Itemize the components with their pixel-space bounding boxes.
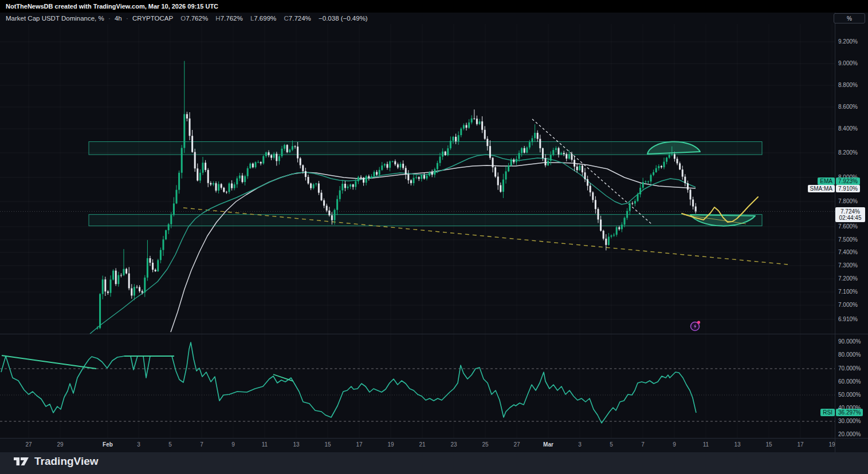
- candle-body: [397, 164, 399, 167]
- price-tick-label: 7.000%: [838, 302, 858, 308]
- price-tick-label: 6.910%: [838, 316, 858, 322]
- candle-body: [155, 270, 156, 271]
- candle-body: [392, 161, 394, 162]
- time-tick-label: 3: [578, 441, 582, 448]
- candle-body: [176, 190, 178, 204]
- candle-body: [249, 164, 251, 168]
- candle-body: [642, 182, 644, 188]
- candle-body: [323, 200, 325, 206]
- rsi-pane[interactable]: [0, 342, 835, 423]
- candle-body: [255, 162, 257, 167]
- candle-body: [360, 177, 362, 177]
- candle-body: [199, 173, 201, 181]
- candle-body: [110, 279, 112, 293]
- candle-body: [574, 160, 575, 167]
- candle-body: [463, 125, 465, 129]
- candle-body: [584, 172, 586, 179]
- candle-body: [497, 176, 499, 185]
- candle-body: [547, 161, 549, 165]
- candle-body: [521, 148, 523, 153]
- candle-body: [684, 177, 686, 183]
- candle-body: [510, 160, 512, 166]
- candle-body: [582, 165, 583, 172]
- candle-body: [234, 184, 235, 188]
- rsi-drawn-trendline[interactable]: [2, 356, 96, 369]
- tradingview-chart-window: NotTheNewsDB created with TradingView.co…: [0, 0, 868, 474]
- candle-body: [447, 148, 449, 155]
- candle-body: [147, 258, 148, 278]
- candle-body: [352, 184, 354, 187]
- candle-body: [690, 189, 692, 199]
- price-pane[interactable]: [0, 61, 835, 334]
- candle-body: [276, 154, 277, 161]
- main-chart-svg[interactable]: [0, 0, 868, 452]
- time-tick-label: 11: [703, 441, 709, 448]
- candle-body: [650, 175, 652, 181]
- candle-body: [492, 158, 494, 168]
- candle-body: [516, 159, 517, 163]
- candle-body: [500, 185, 501, 192]
- demand-zone[interactable]: [89, 215, 762, 226]
- candle-body: [344, 184, 346, 188]
- candle-body: [592, 192, 594, 200]
- symbol-title[interactable]: Market Cap USDT Dominance, %: [6, 15, 104, 22]
- rsi-tick-label: 90.000%: [838, 338, 861, 345]
- candle-body: [107, 291, 109, 293]
- candle-body: [423, 175, 425, 179]
- candle-body: [186, 114, 188, 118]
- time-tick-label: 21: [419, 441, 425, 448]
- interval-label[interactable]: 4h: [115, 15, 122, 22]
- candle-body: [368, 176, 370, 178]
- last-price-tag: 7.724% 02:44:45: [835, 207, 865, 222]
- candle-body: [400, 164, 402, 167]
- candle-body: [550, 155, 552, 161]
- candle-body: [431, 172, 433, 175]
- candle-body: [605, 239, 607, 245]
- drawing-anchor-icon[interactable]: [690, 320, 701, 331]
- white-dashed-trendline[interactable]: [532, 119, 652, 224]
- rsi-tick-label: 70.000%: [838, 365, 861, 372]
- candle-body: [624, 218, 626, 225]
- candle-body: [634, 201, 636, 203]
- time-tick-label: 15: [324, 441, 331, 448]
- candle-body: [608, 236, 610, 244]
- candle-body: [571, 154, 573, 160]
- candle-body: [682, 169, 684, 177]
- percent-scale-button[interactable]: %: [834, 13, 865, 23]
- candle-body: [587, 179, 588, 185]
- tradingview-logo[interactable]: TradingView: [14, 455, 99, 468]
- candle-body: [215, 183, 217, 191]
- candle-body: [466, 125, 468, 128]
- candle-body: [262, 156, 264, 164]
- time-tick-label: 5: [610, 441, 613, 448]
- sma-line: [171, 163, 696, 332]
- candle-body: [563, 153, 565, 154]
- candle-body: [252, 164, 254, 167]
- candle-body: [302, 165, 304, 171]
- candle-body: [178, 173, 180, 190]
- candle-body: [394, 161, 396, 164]
- symbol-legend[interactable]: Market Cap USDT Dominance, % · 4h · CRYP…: [6, 15, 368, 22]
- price-tick-label: 7.400%: [838, 249, 858, 255]
- candle-body: [239, 176, 241, 179]
- price-tick-label: 8.600%: [838, 104, 858, 110]
- candle-body: [613, 235, 615, 235]
- candle-body: [374, 172, 375, 176]
- candle-body: [576, 167, 578, 170]
- close-label: C: [284, 15, 289, 22]
- candle-body: [590, 185, 591, 192]
- candle-body: [384, 164, 386, 166]
- pane-separator[interactable]: [0, 334, 868, 334]
- ema-line: [90, 155, 696, 334]
- candle-body: [128, 274, 130, 289]
- exchange-label: CRYPTOCAP: [132, 15, 173, 22]
- candle-body: [426, 176, 428, 179]
- time-tick-label: 27: [25, 441, 32, 448]
- time-tick-label: 13: [734, 441, 740, 448]
- price-axis-border: [835, 13, 835, 452]
- candle-body: [191, 136, 193, 152]
- candle-body: [334, 210, 336, 220]
- candle-body: [160, 250, 162, 260]
- candle-body: [679, 163, 681, 169]
- candle-body: [152, 263, 154, 270]
